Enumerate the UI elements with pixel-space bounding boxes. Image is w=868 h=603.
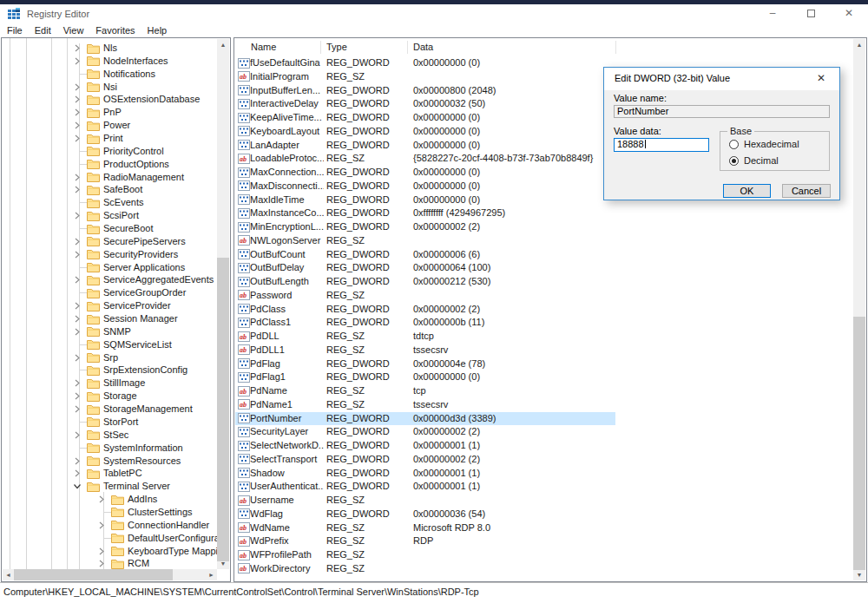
chevron-right-icon[interactable] — [73, 134, 82, 142]
chevron-right-icon[interactable] — [73, 238, 82, 246]
value-row-portnumber[interactable]: PortNumberREG_DWORD0x00000d3d (3389) — [235, 412, 615, 426]
chevron-right-icon[interactable] — [97, 547, 106, 555]
column-header-type[interactable]: Type — [326, 42, 347, 52]
chevron-right-icon[interactable] — [73, 108, 82, 116]
list-scrollbar-thumb[interactable] — [853, 317, 865, 570]
value-row-lanadapter[interactable]: LanAdapterREG_DWORD0x00000000 (0) — [235, 139, 615, 153]
dialog-close-button[interactable]: ✕ — [808, 68, 834, 90]
menu-help[interactable]: Help — [148, 25, 168, 36]
value-row-securitylayer[interactable]: SecurityLayerREG_DWORD0x00000002 (2) — [235, 425, 615, 439]
value-row-outbufcount[interactable]: OutBufCountREG_DWORD0x00000006 (6) — [235, 248, 615, 262]
value-row-wdflag[interactable]: WdFlagREG_DWORD0x00000036 (54) — [235, 508, 615, 521]
tree-item-prioritycontrol[interactable]: PriorityControl — [2, 145, 217, 158]
chevron-right-icon[interactable] — [97, 560, 106, 567]
value-row-pdclass1[interactable]: PdClass1REG_DWORD0x0000000b (11) — [235, 316, 615, 330]
tree-item-secureboot[interactable]: SecureBoot — [2, 222, 217, 235]
tree-item-storport[interactable]: StorPort — [2, 416, 217, 429]
close-button[interactable]: ✕ — [830, 4, 868, 23]
chevron-right-icon[interactable] — [73, 174, 82, 181]
radio-button-icon[interactable] — [729, 156, 739, 166]
tree-item-defaultuserconfiguration[interactable]: DefaultUserConfiguration — [2, 532, 217, 545]
chevron-right-icon[interactable] — [73, 328, 82, 336]
chevron-right-icon[interactable] — [73, 251, 82, 259]
tree-item-pnp[interactable]: PnP — [2, 106, 217, 119]
value-row-username[interactable]: abUsernameREG_SZ — [235, 494, 615, 508]
tree-item-terminal-server[interactable]: Terminal Server — [2, 480, 217, 493]
list-vertical-scrollbar[interactable]: ▲ ▼ — [853, 39, 865, 580]
chevron-right-icon[interactable] — [73, 469, 82, 477]
column-separator[interactable] — [615, 41, 616, 54]
menu-view[interactable]: View — [63, 25, 84, 36]
column-header-name[interactable]: Name — [251, 42, 276, 52]
chevron-right-icon[interactable] — [73, 276, 82, 284]
tree-item-servicegrouporder[interactable]: ServiceGroupOrder — [2, 286, 217, 299]
value-row-pdflag[interactable]: PdFlagREG_DWORD0x0000004e (78) — [235, 357, 615, 371]
tree-item-clustersettings[interactable]: ClusterSettings — [2, 506, 217, 519]
chevron-right-icon[interactable] — [73, 186, 82, 193]
tree-item-serviceprovider[interactable]: ServiceProvider — [2, 299, 217, 312]
chevron-right-icon[interactable] — [73, 212, 82, 220]
tree-item-storage[interactable]: Storage — [2, 390, 217, 403]
scroll-up-icon[interactable]: ▲ — [217, 39, 229, 50]
tree-item-systeminformation[interactable]: SystemInformation — [2, 442, 217, 455]
tree-item-tabletpc[interactable]: TabletPC — [2, 467, 217, 480]
value-row-pddll[interactable]: abPdDLLREG_SZtdtcp — [235, 330, 615, 344]
tree-item-srp[interactable]: Srp — [2, 351, 217, 364]
value-row-outbuflength[interactable]: OutBufLengthREG_DWORD0x00000212 (530) — [235, 275, 615, 289]
chevron-right-icon[interactable] — [73, 405, 82, 413]
value-row-maxidletime[interactable]: MaxIdleTimeREG_DWORD0x00000000 (0) — [235, 193, 615, 207]
value-row-minencryptionl-[interactable]: MinEncryptionL...REG_DWORD0x00000002 (2) — [235, 220, 615, 234]
tree-item-print[interactable]: Print — [2, 132, 217, 145]
chevron-right-icon[interactable] — [97, 521, 106, 529]
value-row-inputbufferlen-[interactable]: InputBufferLen...REG_DWORD0x00000800 (20… — [235, 84, 615, 98]
tree-hscrollbar-thumb[interactable] — [14, 569, 173, 580]
chevron-right-icon[interactable] — [73, 121, 82, 129]
tree-item-keyboardtype-mapping[interactable]: KeyboardType Mapping — [2, 545, 217, 558]
scroll-right-icon[interactable]: ► — [206, 569, 217, 580]
radio-button-icon[interactable] — [729, 140, 739, 149]
tree-item-nsi[interactable]: Nsi — [2, 81, 217, 94]
chevron-right-icon[interactable] — [73, 354, 82, 362]
scroll-down-icon[interactable]: ▼ — [217, 558, 229, 569]
chevron-right-icon[interactable] — [73, 315, 82, 323]
minimize-button[interactable]: – — [753, 4, 792, 23]
tree-item-nls[interactable]: Nls — [2, 42, 217, 55]
chevron-right-icon[interactable] — [73, 83, 82, 91]
tree-item-safeboot[interactable]: SafeBoot — [2, 183, 217, 196]
chevron-right-icon[interactable] — [73, 392, 82, 400]
menu-favorites[interactable]: Favorites — [95, 25, 135, 36]
value-row-selecttransport[interactable]: SelectTransportREG_DWORD0x00000002 (2) — [235, 453, 615, 467]
value-row-maxdisconnecti-[interactable]: MaxDisconnecti...REG_DWORD0x00000000 (0) — [235, 180, 615, 193]
tree-item-srpextensionconfig[interactable]: SrpExtensionConfig — [2, 364, 217, 377]
tree-item-securityproviders[interactable]: SecurityProviders — [2, 248, 217, 261]
tree-item-stsec[interactable]: StSec — [2, 429, 217, 442]
value-row-workdirectory[interactable]: abWorkDirectoryREG_SZ — [235, 562, 615, 576]
value-row-selectnetworkd-[interactable]: SelectNetworkD...REG_DWORD0x00000001 (1) — [235, 439, 615, 453]
tree-item-scsiport[interactable]: ScsiPort — [2, 209, 217, 222]
value-row-userauthenticat-[interactable]: UserAuthenticat...REG_DWORD0x00000001 (1… — [235, 480, 615, 494]
tree-item-scevents[interactable]: ScEvents — [2, 196, 217, 209]
chevron-right-icon[interactable] — [73, 379, 82, 387]
value-row-wdprefix[interactable]: abWdPrefixREG_SZRDP — [235, 534, 615, 548]
value-name-field[interactable]: PortNumber — [614, 105, 830, 118]
value-row-interactivedelay[interactable]: InteractiveDelayREG_DWORD0x00000032 (50) — [235, 97, 615, 111]
ok-button[interactable]: OK — [723, 184, 771, 198]
tree-item-addins[interactable]: AddIns — [2, 493, 217, 506]
column-header-data[interactable]: Data — [413, 42, 433, 52]
tree-item-systemresources[interactable]: SystemResources — [2, 455, 217, 468]
value-row-maxconnection-[interactable]: MaxConnection...REG_DWORD0x00000000 (0) — [235, 166, 615, 180]
tree-scrollbar-thumb[interactable] — [217, 258, 229, 561]
value-row-fusedefaultgina[interactable]: fUseDefaultGinaREG_DWORD0x00000000 (0) — [235, 56, 615, 70]
tree-item-notifications[interactable]: Notifications — [2, 68, 217, 81]
chevron-right-icon[interactable] — [73, 57, 82, 65]
value-row-shadow[interactable]: ShadowREG_DWORD0x00000001 (1) — [235, 467, 615, 481]
tree-item-connectionhandler[interactable]: ConnectionHandler — [2, 519, 217, 532]
tree-item-radiomanagement[interactable]: RadioManagement — [2, 171, 217, 184]
tree-vertical-scrollbar[interactable]: ▲ ▼ — [217, 39, 229, 569]
tree-horizontal-scrollbar[interactable]: ◄ ► — [3, 569, 217, 580]
value-row-outbufdelay[interactable]: OutBufDelayREG_DWORD0x00000064 (100) — [235, 261, 615, 275]
tree-item-productoptions[interactable]: ProductOptions — [2, 158, 217, 171]
chevron-right-icon[interactable] — [97, 495, 106, 503]
value-row-password[interactable]: abPasswordREG_SZ — [235, 289, 615, 303]
column-separator[interactable] — [320, 41, 321, 54]
